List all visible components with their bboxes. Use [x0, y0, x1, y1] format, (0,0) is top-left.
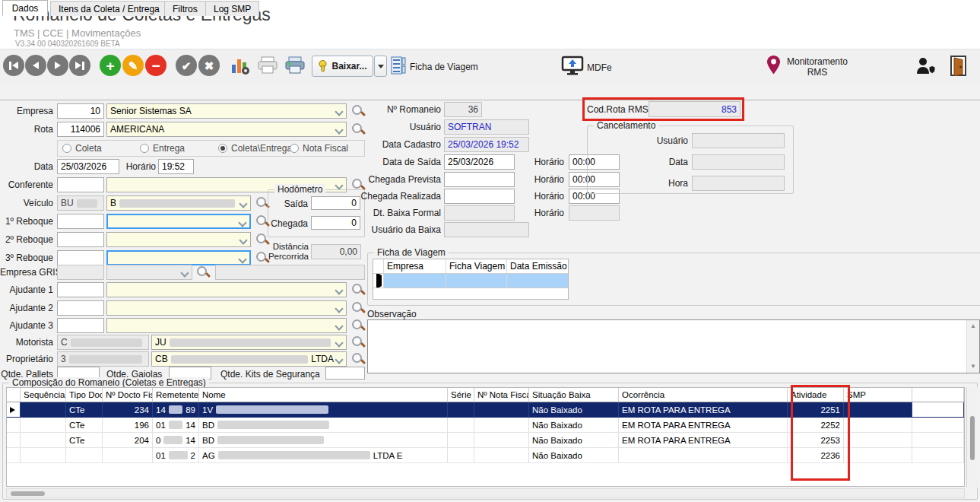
- chevron-down-icon[interactable]: [180, 268, 189, 277]
- table-row-1[interactable]: CTe 234 1489 1V Não Baixado EM ROTA PARA…: [7, 402, 964, 418]
- nav-next-button[interactable]: [47, 55, 68, 76]
- nav-first-button[interactable]: [3, 55, 24, 76]
- chevron-down-icon[interactable]: [238, 218, 246, 227]
- motorista-combobox[interactable]: JU: [151, 335, 347, 350]
- print-button[interactable]: [284, 56, 306, 78]
- chevron-down-icon[interactable]: [335, 304, 343, 313]
- chevron-down-icon[interactable]: [335, 355, 343, 364]
- composicao-vertical-scrollbar[interactable]: [966, 387, 978, 488]
- confirm-button[interactable]: ✔: [176, 55, 197, 76]
- baixar-dropdown-button[interactable]: [374, 56, 387, 77]
- scrollbar-thumb[interactable]: [970, 416, 975, 460]
- rota-code-input[interactable]: 114006: [57, 122, 104, 137]
- col-n-nota-fiscal[interactable]: Nº Nota Fiscal: [474, 388, 529, 402]
- delete-button[interactable]: −: [145, 55, 167, 76]
- chevron-down-icon[interactable]: [335, 107, 343, 116]
- chevron-down-icon[interactable]: [335, 286, 343, 294]
- chegada-realizada-input[interactable]: [444, 189, 515, 204]
- col-remetente[interactable]: Remetente: [153, 388, 199, 402]
- col-serie[interactable]: Série: [448, 388, 474, 402]
- rota-combobox[interactable]: AMERICANA: [106, 122, 347, 137]
- ajudante1-search-button[interactable]: [351, 283, 366, 297]
- table-row-4[interactable]: 012 AGLTDA E Não Baixado 2236: [7, 448, 964, 463]
- ajudante2-search-button[interactable]: [351, 301, 366, 316]
- chevron-down-icon[interactable]: [335, 126, 343, 134]
- ajudante3-search-button[interactable]: [351, 319, 366, 333]
- ajudante1-combobox[interactable]: [106, 282, 347, 297]
- ajudante2-combobox[interactable]: [106, 300, 347, 316]
- radio-entrega[interactable]: Entrega: [140, 143, 185, 154]
- col-tipo-docto[interactable]: Tipo Docto: [66, 388, 103, 402]
- veiculo-combobox[interactable]: B: [106, 195, 251, 211]
- col-n-docto-fiscal[interactable]: Nº Docto Fiscal: [103, 388, 153, 402]
- tab-dados[interactable]: Dados: [2, 0, 48, 16]
- ajudante3-combobox[interactable]: [106, 318, 347, 333]
- chevron-down-icon[interactable]: [239, 199, 247, 208]
- scroll-down-icon[interactable]: ▼: [967, 361, 979, 372]
- col-situacao-baixa[interactable]: Situação Baixa: [529, 388, 619, 402]
- add-button[interactable]: +: [100, 55, 121, 76]
- nav-prev-button[interactable]: [25, 55, 46, 76]
- composicao-horizontal-scrollbar[interactable]: [6, 488, 965, 498]
- table-row-2[interactable]: CTe 196 0114 BD Não Baixado EM ROTA PARA…: [7, 418, 964, 433]
- col-smp[interactable]: SMP: [844, 388, 912, 402]
- print-preview-button[interactable]: [257, 56, 278, 78]
- ficha-viagem-toolbar-label[interactable]: Ficha de Viagem: [410, 62, 478, 72]
- edit-button[interactable]: ✎: [122, 55, 144, 76]
- reboque3-code-input[interactable]: [57, 250, 104, 265]
- empresa-combobox[interactable]: Senior Sistemas SA: [106, 103, 347, 119]
- empresa-gris-search-button[interactable]: [196, 265, 211, 280]
- data-input[interactable]: 25/03/2026: [57, 159, 119, 174]
- empresa-code-input[interactable]: 10: [57, 103, 104, 119]
- cancel-button[interactable]: ✖: [198, 55, 220, 76]
- tab-log-smp[interactable]: Log SMP: [205, 1, 259, 16]
- radio-nota-fiscal[interactable]: Nota Fiscal: [290, 143, 348, 154]
- chevron-down-icon[interactable]: [335, 322, 343, 330]
- radio-coleta-entrega[interactable]: Coleta\Entrega: [218, 143, 292, 154]
- user-permissions-button[interactable]: [916, 57, 937, 78]
- tab-filtros[interactable]: Filtros: [164, 1, 206, 16]
- reboque1-code-input[interactable]: [57, 214, 104, 229]
- ajudante3-code-input[interactable]: [57, 318, 104, 333]
- chevron-down-icon[interactable]: [335, 181, 343, 189]
- observacao-scrollbar[interactable]: ▲ ▼: [966, 320, 979, 373]
- chevron-down-icon[interactable]: [238, 255, 246, 263]
- mdfe-button[interactable]: [561, 56, 584, 79]
- reboque1-combobox[interactable]: [106, 214, 251, 229]
- ficha-col-empresa[interactable]: Empresa: [384, 259, 446, 274]
- col-sequencia-crt[interactable]: Sequência CRT: [21, 388, 66, 402]
- veiculo-code-input[interactable]: BU: [57, 195, 104, 211]
- horario-input[interactable]: 19:52: [158, 159, 194, 174]
- scrollbar-thumb[interactable]: [11, 491, 45, 496]
- chevron-down-icon[interactable]: [335, 338, 343, 347]
- chegada-prevista-input[interactable]: [444, 172, 515, 187]
- nav-last-button[interactable]: [69, 55, 90, 76]
- conferente-code-input[interactable]: [57, 177, 104, 192]
- hodometro-saida-input[interactable]: 0: [311, 196, 360, 210]
- ficha-viagem-button[interactable]: [391, 56, 406, 78]
- monitoramento-label[interactable]: Monitoramento RMS: [782, 56, 853, 78]
- monitoramento-button[interactable]: [766, 55, 781, 78]
- ficha-col-ficha-viagem[interactable]: Ficha Viagem: [446, 259, 507, 274]
- col-atividade[interactable]: Atividade: [788, 388, 844, 402]
- ficha-col-data-emissao[interactable]: Data Emissão: [507, 259, 568, 274]
- ajudante2-code-input[interactable]: [57, 300, 104, 316]
- ficha-viagem-row[interactable]: [373, 274, 568, 288]
- radio-coleta[interactable]: Coleta: [62, 143, 102, 154]
- col-nome[interactable]: Nome: [199, 388, 448, 402]
- data-saida-input[interactable]: 25/03/2026: [444, 154, 515, 170]
- observacao-textarea[interactable]: ▲ ▼: [367, 319, 980, 373]
- reboque2-code-input[interactable]: [57, 232, 104, 247]
- col-ocorrencia[interactable]: Ocorrência: [619, 388, 788, 402]
- ajudante1-code-input[interactable]: [57, 282, 104, 297]
- table-row-3[interactable]: CTe 204 014 BD Não Baixado EM ROTA PARA …: [7, 433, 964, 448]
- chevron-down-icon[interactable]: [239, 236, 247, 244]
- hodometro-chegada-input[interactable]: 0: [311, 216, 360, 230]
- proprietario-search-button[interactable]: [351, 352, 366, 367]
- tab-itens-coleta-entrega[interactable]: Itens da Coleta / Entrega: [50, 1, 168, 16]
- reboque2-combobox[interactable]: [106, 232, 251, 247]
- reboque3-combobox[interactable]: [106, 250, 251, 265]
- reboque1-search-button[interactable]: [255, 214, 270, 229]
- mdfe-label[interactable]: MDFe: [587, 62, 612, 73]
- report-chart-button[interactable]: [230, 56, 250, 78]
